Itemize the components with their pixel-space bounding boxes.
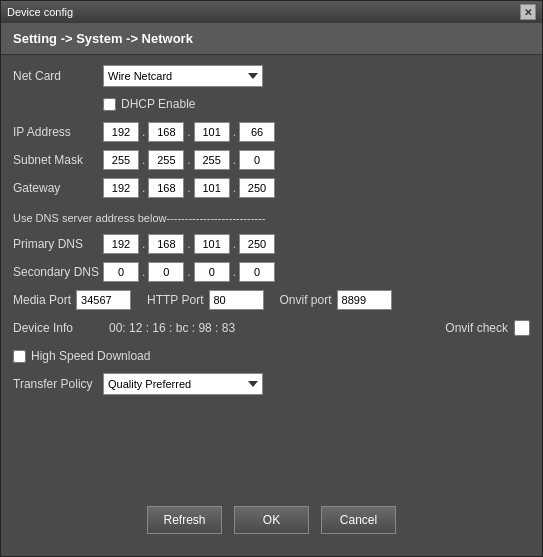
subnet-mask-label: Subnet Mask (13, 153, 103, 167)
content-area: Setting -> System -> Network Net Card Wi… (1, 23, 542, 556)
device-info-group: Device Info 00: 12 : 16 : bc : 98 : 83 (13, 321, 235, 335)
primary-dns-group: . . . (103, 234, 275, 254)
sub-oct4[interactable] (239, 150, 275, 170)
transfer-policy-label: Transfer Policy (13, 377, 103, 391)
sdns-oct1[interactable] (103, 262, 139, 282)
subnet-mask-row: Subnet Mask . . . (13, 149, 530, 171)
dhcp-label: DHCP Enable (121, 97, 195, 111)
http-port-input[interactable] (209, 290, 264, 310)
device-onvif-row: Device Info 00: 12 : 16 : bc : 98 : 83 O… (13, 317, 530, 339)
http-port-group: HTTP Port (147, 290, 263, 310)
sub-oct3[interactable] (194, 150, 230, 170)
gateway-group: . . . (103, 178, 275, 198)
ip-oct1[interactable] (103, 122, 139, 142)
button-row: Refresh OK Cancel (13, 490, 530, 546)
pdns-oct1[interactable] (103, 234, 139, 254)
sub-oct1[interactable] (103, 150, 139, 170)
ip-oct3[interactable] (194, 122, 230, 142)
refresh-button[interactable]: Refresh (147, 506, 222, 534)
ip-address-group: . . . (103, 122, 275, 142)
ip-oct4[interactable] (239, 122, 275, 142)
pdns-oct3[interactable] (194, 234, 230, 254)
secondary-dns-label: Secondary DNS (13, 265, 103, 279)
gw-oct4[interactable] (239, 178, 275, 198)
sub-oct2[interactable] (148, 150, 184, 170)
high-speed-group: High Speed Download (13, 349, 150, 363)
gw-oct1[interactable] (103, 178, 139, 198)
device-info-value: 00: 12 : 16 : bc : 98 : 83 (109, 321, 235, 335)
gw-oct2[interactable] (148, 178, 184, 198)
http-port-label: HTTP Port (147, 293, 203, 307)
high-speed-checkbox[interactable] (13, 350, 26, 363)
high-speed-row: High Speed Download (13, 345, 530, 367)
transfer-policy-select[interactable]: Quality Preferred Speed Download (103, 373, 263, 395)
close-button[interactable]: ✕ (520, 4, 536, 20)
secondary-dns-row: Secondary DNS . . . (13, 261, 530, 283)
title-bar: Device config ✕ (1, 1, 542, 23)
subnet-group: . . . (103, 150, 275, 170)
gateway-label: Gateway (13, 181, 103, 195)
pdns-oct2[interactable] (148, 234, 184, 254)
dns-header-row: Use DNS server address below------------… (13, 205, 530, 227)
dhcp-checkbox-group: DHCP Enable (103, 97, 195, 111)
high-speed-label: High Speed Download (31, 349, 150, 363)
form-area: Net Card Wire Netcard Wireless Netcard D… (1, 55, 542, 556)
media-port-group: Media Port (13, 290, 131, 310)
onvif-port-group: Onvif port (280, 290, 392, 310)
dns-header: Use DNS server address below------------… (13, 212, 265, 224)
sdns-oct4[interactable] (239, 262, 275, 282)
media-port-label: Media Port (13, 293, 71, 307)
primary-dns-label: Primary DNS (13, 237, 103, 251)
onvif-check-checkbox[interactable] (514, 320, 530, 336)
onvif-check-group: Onvif check (445, 320, 530, 336)
device-config-window: Device config ✕ Setting -> System -> Net… (0, 0, 543, 557)
dhcp-checkbox[interactable] (103, 98, 116, 111)
transfer-policy-row: Transfer Policy Quality Preferred Speed … (13, 373, 530, 395)
ip-oct2[interactable] (148, 122, 184, 142)
onvif-check-label: Onvif check (445, 321, 508, 335)
sdns-oct2[interactable] (148, 262, 184, 282)
onvif-port-label: Onvif port (280, 293, 332, 307)
pdns-oct4[interactable] (239, 234, 275, 254)
onvif-port-input[interactable] (337, 290, 392, 310)
device-info-label: Device Info (13, 321, 103, 335)
net-card-label: Net Card (13, 69, 103, 83)
breadcrumb: Setting -> System -> Network (1, 23, 542, 55)
dhcp-row: DHCP Enable (13, 93, 530, 115)
gateway-row: Gateway . . . (13, 177, 530, 199)
ip-address-row: IP Address . . . (13, 121, 530, 143)
ok-button[interactable]: OK (234, 506, 309, 534)
gw-oct3[interactable] (194, 178, 230, 198)
ip-address-label: IP Address (13, 125, 103, 139)
sdns-oct3[interactable] (194, 262, 230, 282)
secondary-dns-group: . . . (103, 262, 275, 282)
net-card-select[interactable]: Wire Netcard Wireless Netcard (103, 65, 263, 87)
net-card-row: Net Card Wire Netcard Wireless Netcard (13, 65, 530, 87)
ports-row: Media Port HTTP Port Onvif port (13, 289, 530, 311)
media-port-input[interactable] (76, 290, 131, 310)
cancel-button[interactable]: Cancel (321, 506, 396, 534)
primary-dns-row: Primary DNS . . . (13, 233, 530, 255)
window-title: Device config (7, 6, 73, 18)
